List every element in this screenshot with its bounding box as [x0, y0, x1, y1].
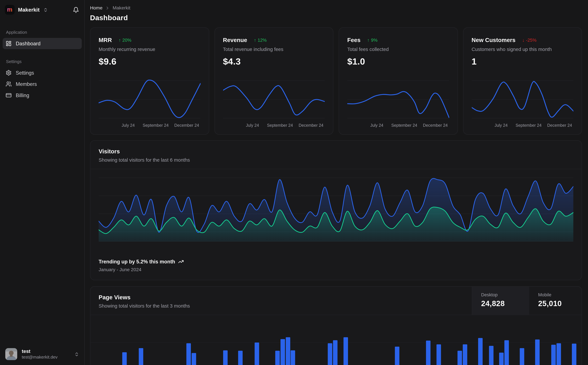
user-meta: test test@makerkit.dev	[22, 349, 57, 359]
bar	[557, 343, 561, 365]
tab-mobile[interactable]: Mobile 25,010	[529, 287, 582, 315]
bar	[463, 344, 467, 365]
nav-section-label-application: Application	[0, 30, 84, 35]
breadcrumb-home-link[interactable]: Home	[90, 5, 103, 11]
stat-value: $9.6	[99, 56, 201, 67]
user-name: test	[22, 349, 57, 354]
stat-value: 1	[471, 56, 574, 67]
bar	[426, 341, 430, 365]
page-views-card: Page Views Showing total visitors for th…	[90, 286, 582, 365]
sidebar-item-settings[interactable]: Settings	[3, 67, 82, 78]
mobile-total: 25,010	[538, 299, 581, 308]
stat-card-fees: Fees ↑9% Total fees collected $1.0 July …	[339, 28, 458, 135]
bar	[499, 353, 504, 365]
visitors-area-chart	[99, 172, 573, 242]
stat-subtitle: Total revenue including fees	[223, 47, 325, 52]
stat-value: $4.3	[223, 56, 325, 67]
bar	[535, 339, 540, 365]
trend-badge: ↓-25%	[522, 38, 536, 43]
arrow-up-icon: ↑	[367, 38, 369, 43]
sidebar-item-label: Dashboard	[16, 41, 41, 46]
revenue-line-chart	[223, 77, 325, 120]
visitors-date-range: January - June 2024	[99, 267, 573, 272]
breadcrumb: Home Makerkit	[90, 5, 582, 11]
bar	[504, 340, 509, 365]
stat-subtitle: Customers who signed up this month	[471, 47, 574, 52]
bar	[122, 352, 127, 365]
page-views-title: Page Views	[99, 294, 463, 301]
stat-title: MRR	[99, 37, 112, 43]
bar	[520, 348, 524, 365]
users-icon	[6, 81, 12, 87]
workspace-switcher-icon[interactable]	[43, 7, 48, 12]
bar	[328, 343, 332, 365]
sidebar-item-label: Billing	[16, 92, 29, 98]
bar	[489, 346, 493, 365]
bar	[255, 343, 259, 365]
workspace-header: m Makerkit	[0, 0, 84, 20]
x-axis-labels: July 24September 24December 24	[99, 123, 201, 128]
x-axis-labels: July 24September 24December 24	[347, 123, 449, 128]
sidebar-item-billing[interactable]: Billing	[3, 90, 82, 101]
stat-card-revenue: Revenue ↑12% Total revenue including fee…	[214, 28, 333, 135]
notifications-bell-icon[interactable]	[73, 7, 79, 13]
visitors-trend-text: Trending up by 5.2% this month	[99, 259, 175, 264]
sidebar-item-label: Members	[16, 81, 37, 87]
page-views-bar-chart	[90, 315, 581, 365]
bar	[139, 348, 143, 365]
bar	[436, 344, 441, 365]
desktop-total: 24,828	[481, 299, 529, 308]
bar	[457, 351, 462, 365]
main-content: Home Makerkit Dashboard MRR ↑20% Monthly…	[85, 0, 588, 365]
page-views-subtitle: Showing total visitors for the last 3 mo…	[99, 303, 463, 309]
stat-value: $1.0	[347, 56, 449, 67]
page-title: Dashboard	[90, 14, 582, 22]
makerkit-logo: m	[5, 5, 14, 14]
gear-icon	[6, 70, 12, 76]
page-views-header: Page Views Showing total visitors for th…	[90, 287, 581, 315]
visitors-subtitle: Showing total visitors for the last 6 mo…	[99, 157, 573, 163]
breadcrumb-current: Makerkit	[113, 5, 130, 11]
visitors-card: Visitors Showing total visitors for the …	[90, 140, 582, 280]
arrow-up-icon: ↑	[254, 38, 256, 43]
visitors-title: Visitors	[99, 148, 573, 155]
bar	[192, 353, 196, 365]
workspace-name: Makerkit	[18, 7, 40, 13]
user-menu-chevrons-icon[interactable]	[74, 352, 79, 357]
bar	[281, 339, 285, 365]
trending-up-icon	[178, 259, 184, 264]
bar	[286, 337, 290, 365]
bar	[395, 347, 399, 365]
stat-title: Fees	[347, 37, 360, 43]
credit-card-icon	[6, 92, 12, 98]
bar	[333, 340, 337, 365]
trend-badge: ↑9%	[367, 38, 377, 43]
fees-line-chart	[347, 77, 449, 120]
bar	[223, 351, 228, 365]
avatar	[5, 348, 17, 360]
bar	[344, 337, 348, 365]
bar	[572, 344, 576, 365]
tab-desktop[interactable]: Desktop 24,828	[472, 287, 529, 315]
stat-title: Revenue	[223, 37, 247, 43]
sidebar: m Makerkit Application Dashboard Setting…	[0, 0, 85, 365]
dashboard-grid-icon	[6, 41, 12, 47]
dashboard-page: m Makerkit Application Dashboard Setting…	[0, 0, 588, 365]
chevron-right-icon	[105, 6, 110, 10]
stat-subtitle: Monthly recurring revenue	[99, 47, 201, 52]
bar	[551, 345, 556, 365]
user-email: test@makerkit.dev	[22, 355, 57, 359]
sidebar-item-dashboard[interactable]: Dashboard	[3, 38, 82, 49]
x-axis-labels: July 24September 24December 24	[223, 123, 325, 128]
nav-section-label-settings: Settings	[0, 59, 84, 64]
stat-subtitle: Total fees collected	[347, 47, 449, 52]
bar	[238, 351, 243, 365]
sidebar-item-members[interactable]: Members	[3, 78, 82, 90]
trend-badge: ↑12%	[254, 38, 267, 43]
bar	[187, 343, 191, 365]
arrow-up-icon: ↑	[119, 38, 121, 43]
stat-card-new-customers: New Customers ↓-25% Customers who signed…	[463, 28, 582, 135]
x-axis-labels: July 24September 24December 24	[471, 123, 574, 128]
user-menu[interactable]: test test@makerkit.dev	[0, 348, 84, 365]
bar	[478, 338, 483, 365]
